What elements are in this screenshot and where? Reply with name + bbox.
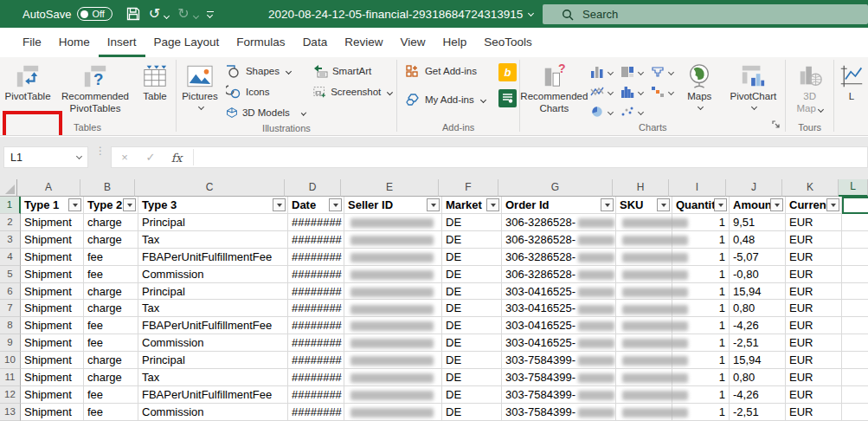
cell-A7[interactable]: Shipment <box>21 300 84 317</box>
tab-seotools[interactable]: SeoTools <box>475 28 541 57</box>
cell-G8[interactable]: 303-0416525- <box>502 317 616 334</box>
cell-E11[interactable] <box>344 369 442 386</box>
smartart-button[interactable]: SmartArt <box>309 61 395 81</box>
cell-D6[interactable]: ######## <box>288 283 344 301</box>
filter-button[interactable] <box>770 198 783 211</box>
cell-E1[interactable]: Seller ID <box>344 197 442 214</box>
row-header-12[interactable]: 12 <box>0 386 21 404</box>
cell-D2[interactable]: ######## <box>288 214 344 231</box>
cell-G1[interactable]: Order Id <box>502 197 616 214</box>
charts-dialog-launcher[interactable] <box>772 117 781 133</box>
cell-A1[interactable]: Type 1 <box>21 197 84 214</box>
cell-L13[interactable] <box>842 404 868 421</box>
cell-K11[interactable]: EUR <box>786 369 842 386</box>
row-header-13[interactable]: 13 <box>0 404 21 421</box>
cell-B7[interactable]: charge <box>84 300 138 317</box>
cell-L11[interactable] <box>842 369 868 386</box>
undo-button[interactable]: ↺ <box>149 7 169 21</box>
tab-file[interactable]: File <box>14 28 50 57</box>
cell-K3[interactable]: EUR <box>786 231 842 249</box>
cell-E3[interactable] <box>344 231 442 249</box>
cell-J4[interactable]: -5,07 <box>730 249 786 266</box>
cell-A2[interactable]: Shipment <box>21 214 84 231</box>
cell-B2[interactable]: charge <box>84 214 138 231</box>
cell-E6[interactable] <box>344 283 442 301</box>
cell-F12[interactable]: DE <box>442 386 502 404</box>
autosave-switch[interactable]: Off <box>77 7 112 21</box>
recommended-pivottables-button[interactable]: ? Recommended PivotTables <box>55 59 135 115</box>
search-input[interactable] <box>582 8 807 21</box>
cell-J9[interactable]: -2,51 <box>730 334 786 352</box>
cell-F7[interactable]: DE <box>442 300 502 317</box>
insert-function-button[interactable]: fx <box>164 151 190 165</box>
column-header-K[interactable]: K <box>782 179 839 197</box>
cell-E13[interactable] <box>344 404 442 421</box>
cell-E7[interactable] <box>344 300 442 317</box>
cell-D3[interactable]: ######## <box>288 231 344 249</box>
cell-K5[interactable]: EUR <box>786 266 842 283</box>
filter-button[interactable] <box>273 198 286 211</box>
cell-C9[interactable]: Commission <box>138 334 288 352</box>
cell-K8[interactable]: EUR <box>786 317 842 334</box>
row-header-1[interactable]: 1 <box>0 197 21 214</box>
column-header-J[interactable]: J <box>726 179 782 197</box>
cell-F9[interactable]: DE <box>442 334 502 352</box>
cell-C11[interactable]: Tax <box>138 369 288 386</box>
cell-D7[interactable]: ######## <box>288 300 344 317</box>
cell-A4[interactable]: Shipment <box>21 249 84 266</box>
save-button[interactable] <box>126 7 140 21</box>
table-button[interactable]: Table <box>135 59 175 103</box>
tab-review[interactable]: Review <box>336 28 391 57</box>
cell-E8[interactable] <box>344 317 442 334</box>
cell-A13[interactable]: Shipment <box>21 404 84 421</box>
cell-H4[interactable] <box>616 249 672 266</box>
cell-A5[interactable]: Shipment <box>21 266 84 283</box>
row-header-7[interactable]: 7 <box>0 300 21 317</box>
cell-D4[interactable]: ######## <box>288 249 344 266</box>
cell-L10[interactable] <box>842 352 868 369</box>
tab-page-layout[interactable]: Page Layout <box>145 28 228 57</box>
cell-J8[interactable]: -4,26 <box>730 317 786 334</box>
cell-H1[interactable]: SKU <box>616 197 672 214</box>
funnel-chart-button[interactable] <box>647 62 677 81</box>
column-header-A[interactable]: A <box>17 179 80 197</box>
cell-F10[interactable]: DE <box>442 352 502 369</box>
cell-C4[interactable]: FBAPerUnitFulfillmentFee <box>138 249 288 266</box>
column-chart-button[interactable] <box>587 62 616 81</box>
cell-K4[interactable]: EUR <box>786 249 842 266</box>
column-header-L[interactable]: L <box>839 179 868 197</box>
cell-F5[interactable]: DE <box>442 266 502 283</box>
pictures-button[interactable]: Pictures <box>177 59 222 109</box>
cell-C7[interactable]: Tax <box>138 300 288 317</box>
cell-H13[interactable] <box>616 404 672 421</box>
filter-button[interactable] <box>601 198 614 211</box>
cell-D12[interactable]: ######## <box>288 386 344 404</box>
column-header-G[interactable]: G <box>498 179 613 197</box>
cell-C10[interactable]: Principal <box>138 352 288 369</box>
filter-button[interactable] <box>329 198 342 211</box>
cell-K7[interactable]: EUR <box>786 300 842 317</box>
tab-formulas[interactable]: Formulas <box>228 28 293 57</box>
cell-C8[interactable]: FBAPerUnitFulfillmentFee <box>138 317 288 334</box>
cell-J13[interactable]: -2,51 <box>730 404 786 421</box>
line-sparkline-button[interactable]: L <box>835 59 868 103</box>
3d-models-button[interactable]: 3D Models <box>222 102 309 123</box>
cell-A8[interactable]: Shipment <box>21 317 84 334</box>
cell-G3[interactable]: 306-3286528- <box>502 231 616 249</box>
cell-H6[interactable] <box>616 283 672 301</box>
cell-A10[interactable]: Shipment <box>21 352 84 369</box>
people-graph-addin-tile[interactable] <box>498 89 517 107</box>
cell-F4[interactable]: DE <box>442 249 502 266</box>
tab-help[interactable]: Help <box>434 28 475 57</box>
cell-C6[interactable]: Principal <box>138 283 288 301</box>
cell-L7[interactable] <box>842 300 868 317</box>
tab-insert[interactable]: Insert <box>99 28 145 57</box>
filter-button[interactable] <box>486 198 499 211</box>
filter-button[interactable] <box>427 198 440 211</box>
waterfall-chart-button[interactable] <box>647 82 677 101</box>
cell-L8[interactable] <box>842 317 868 334</box>
cell-L3[interactable] <box>842 231 868 249</box>
cell-F3[interactable]: DE <box>442 231 502 249</box>
cell-G13[interactable]: 303-7584399- <box>502 404 616 421</box>
scatter-chart-button[interactable] <box>617 102 646 121</box>
